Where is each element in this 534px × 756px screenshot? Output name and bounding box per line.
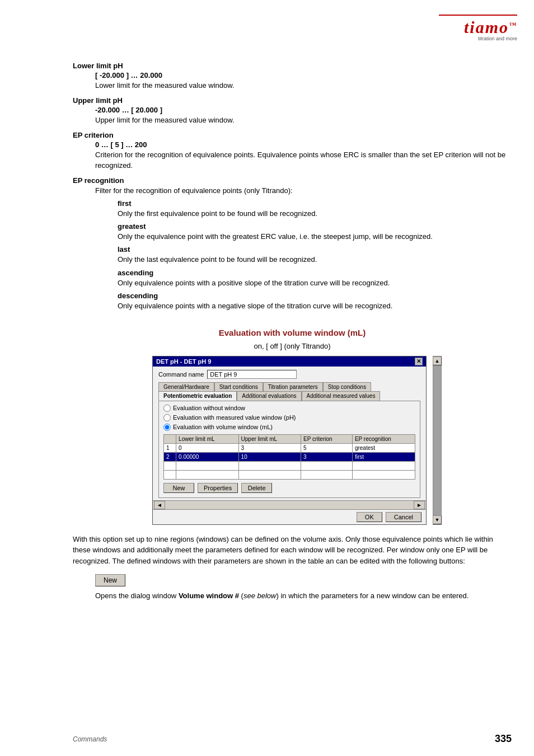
ep-recognition-desc: Filter for the recognition of equivalenc… [95,186,512,196]
col-ep-crit-header: EP criterion [301,434,353,443]
vertical-scrollbar[interactable]: ▲ ▼ [433,356,442,525]
tab-potentiometric-evaluation[interactable]: Potentiometric evaluation [158,391,237,401]
tab-additional-measured-values[interactable]: Additional measured values [302,391,381,401]
row1-num: 1 [164,443,176,452]
table-row-selected[interactable]: 2 0.00000 10 3 first [164,452,415,461]
dialog-footer: OK Cancel [153,509,426,524]
upper-limit-ph-desc: Upper limit for the measured value windo… [95,115,512,125]
radio-without-window-input[interactable] [163,405,171,412]
tab-general-hardware[interactable]: General/Hardware [158,382,214,391]
new-btn-desc-prefix: Opens the dialog window [95,591,179,600]
row1-lower: 0 [176,443,238,452]
ep-rec-greatest-desc: Only the equivalence point with the grea… [118,232,512,242]
ep-recognition-title: EP recognition [73,176,512,185]
new-btn-desc-italic: see below [243,591,277,600]
upper-limit-ph-title: Upper limit pH [73,96,512,105]
radio-measured-window-label: Evaluation with measured value window (p… [173,414,296,421]
section-heading: Evaluation with volume window (mL) [73,328,512,337]
lower-limit-ph-value: [ -20.000 ] … 20.000 [95,71,512,79]
new-btn-desc-after: ) in which the parameters for a new wind… [276,591,469,600]
row2-ep-rec: first [352,452,415,461]
ep-windows-table: Lower limit mL Upper limit mL EP criteri… [163,434,415,480]
ep-rec-greatest-title: greatest [118,222,512,231]
radio-volume-window-input[interactable] [163,424,171,431]
command-name-row: Command name [158,370,420,379]
col-num-header [164,434,176,443]
row2-ep-crit: 3 [301,452,353,461]
tab-start-conditions[interactable]: Start conditions [214,382,263,391]
new-button-description: Opens the dialog window Volume window # … [95,591,512,601]
lower-limit-ph-title: Lower limit pH [73,62,512,70]
radio-volume-window-label: Evaluation with volume window (mL) [173,424,273,430]
ep-criterion-section: EP criterion 0 … [ 5 ] … 200 Criterion f… [73,131,512,170]
ep-rec-first-desc: Only the first equivalence point to be f… [118,209,512,219]
ep-rec-ascending-title: ascending [118,269,512,277]
footer-left-text: Commands [73,735,107,743]
row1-upper: 3 [238,443,301,452]
new-button[interactable]: New [163,483,194,493]
table-row[interactable]: 1 0 3 5 greatest [164,443,415,452]
row2-lower: 0.00000 [176,452,238,461]
delete-button[interactable]: Delete [241,483,272,493]
tab-content: Evaluation without window Evaluation wit… [158,401,420,498]
lower-limit-ph-desc: Lower limit for the measured value windo… [95,81,512,91]
tiamo-logo: tiamo™ [464,19,517,36]
radio-without-window-label: Evaluation without window [173,405,245,411]
col-upper-header: Upper limit mL [238,434,301,443]
row2-num: 2 [164,452,176,461]
lower-limit-ph-section: Lower limit pH [ -20.000 ] … 20.000 Lowe… [73,62,512,91]
radio-measured-window[interactable]: Evaluation with measured value window (p… [163,414,415,421]
logo-area: tiamo™ titration and more [439,11,517,41]
command-name-label: Command name [158,371,204,378]
page-number: 335 [495,733,512,745]
table-row-empty1 [164,461,415,470]
radio-volume-window[interactable]: Evaluation with volume window (mL) [163,424,415,431]
table-row-empty2 [164,470,415,479]
tab-additional-evaluations[interactable]: Additional evaluations [237,391,301,401]
properties-button[interactable]: Properties [198,483,238,493]
upper-limit-ph-value: -20.000 … [ 20.000 ] [95,106,512,114]
close-button[interactable]: ✕ [415,358,423,365]
col-lower-header: Lower limit mL [176,434,238,443]
ep-recognition-section: EP recognition Filter for the recognitio… [73,176,512,311]
radio-without-window[interactable]: Evaluation without window [163,405,415,412]
scroll-up-btn[interactable]: ▲ [433,356,442,365]
after-dialog-text: With this option set up to nine regions … [73,534,512,567]
tabs-row-2: Potentiometric evaluation Additional eva… [158,391,420,401]
ep-rec-last-title: last [118,245,512,253]
ep-criterion-desc: Criterion for the recognition of equival… [95,150,512,170]
dialog-wrapper: DET pH - DET pH 9 ✕ Command name General… [152,356,432,525]
ep-rec-descending-desc: Only equivalence points with a negative … [118,301,512,311]
row1-ep-rec: greatest [352,443,415,452]
command-name-input[interactable] [207,370,297,379]
cancel-button[interactable]: Cancel [386,512,421,522]
ep-rec-first-title: first [118,199,512,208]
row2-upper: 10 [238,452,301,461]
dialog-titlebar: DET pH - DET pH 9 ✕ [153,356,426,367]
section-subline: on, [ off ] (only Titrando) [73,342,512,350]
scroll-down-btn[interactable]: ▼ [433,515,442,524]
tab-titration-parameters[interactable]: Titration parameters [263,382,323,391]
ep-rec-ascending-desc: Only equivalence points with a positive … [118,278,512,288]
tabs-row-1: General/Hardware Start conditions Titrat… [158,382,420,391]
ep-criterion-value: 0 … [ 5 ] … 200 [95,140,512,149]
ep-criterion-title: EP criterion [73,131,512,139]
dialog-box: DET pH - DET pH 9 ✕ Command name General… [152,356,427,525]
ep-rec-descending-title: descending [118,292,512,300]
dialog-title: DET pH - DET pH 9 [156,358,211,365]
horizontal-scrollbar[interactable]: ◄ ► [153,500,426,509]
radio-measured-window-input[interactable] [163,414,171,421]
col-ep-rec-header: EP recognition [352,434,415,443]
logo-tagline: titration and more [439,36,517,41]
row1-ep-crit: 5 [301,443,353,452]
page-footer: Commands 335 [0,733,534,745]
scroll-left-btn[interactable]: ◄ [154,501,165,509]
tab-stop-conditions[interactable]: Stop conditions [323,382,371,391]
ep-rec-last-desc: Only the last equivalence point to be fo… [118,255,512,265]
new-button-image[interactable]: New [95,574,125,586]
scroll-right-btn[interactable]: ► [414,501,425,509]
ok-button[interactable]: OK [357,512,382,522]
upper-limit-ph-section: Upper limit pH -20.000 … [ 20.000 ] Uppe… [73,96,512,125]
new-btn-desc-bold: Volume window # [179,591,239,600]
dialog-action-buttons: New Properties Delete [163,483,415,493]
